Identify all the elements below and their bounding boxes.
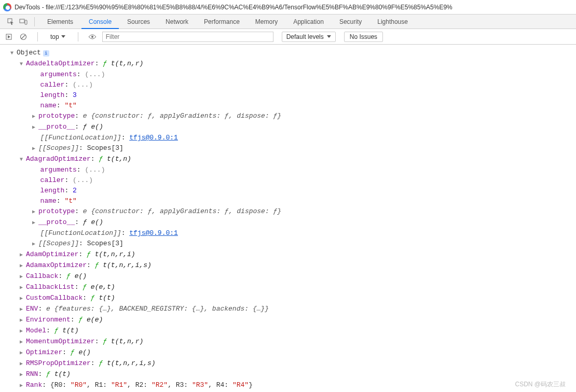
tab-security[interactable]: Security [332, 15, 369, 29]
toggle-icon[interactable] [20, 293, 25, 304]
tree-row-callback[interactable]: Callback: ƒ e() [10, 271, 571, 282]
tree-row-rnn[interactable]: RNN: ƒ t(t) [10, 369, 571, 380]
tree-row-env[interactable]: ENV: e {features: {…}, BACKEND_REGISTRY:… [10, 304, 571, 315]
prop-arguments[interactable]: arguments: (...) [10, 69, 571, 80]
object-root[interactable]: Objecti [10, 48, 571, 59]
tree-row-adam[interactable]: AdamOptimizer: ƒ t(t,n,r,i) [10, 249, 571, 260]
svg-point-6 [91, 36, 93, 38]
window-title: DevTools - file:///E:/123/%E5%90%95%E8%8… [15, 4, 452, 11]
prop-caller[interactable]: caller: (...) [10, 80, 571, 90]
tree-row-adadelta[interactable]: AdadeltaOptimizer: ƒ t(t,n,r) [10, 59, 571, 69]
tab-performance[interactable]: Performance [197, 15, 247, 29]
toggle-icon[interactable] [20, 304, 25, 315]
devtools-tabs: Elements Console Sources Network Perform… [0, 15, 576, 29]
device-toggle-icon[interactable] [18, 16, 29, 27]
tree-row-callbacklist[interactable]: CallbackList: ƒ e(e,t) [10, 282, 571, 293]
toggle-icon[interactable] [32, 207, 37, 217]
toggle-icon[interactable] [32, 122, 37, 133]
chrome-logo-icon [3, 3, 11, 11]
console-output: Objecti AdadeltaOptimizer: ƒ t(t,n,r) ar… [0, 45, 576, 392]
tree-row-adagrad[interactable]: AdagradOptimizer: ƒ t(t,n) [10, 154, 571, 165]
divider [37, 32, 38, 41]
tree-row-environment[interactable]: Environment: ƒ e(e) [10, 315, 571, 326]
prop-caller[interactable]: caller: (...) [10, 175, 571, 186]
toggle-icon[interactable] [32, 239, 37, 249]
toggle-icon[interactable] [20, 250, 25, 260]
issues-label: No Issues [350, 33, 377, 40]
prop-prototype[interactable]: prototype: e {constructor: ƒ, applyGradi… [10, 111, 571, 122]
issues-button[interactable]: No Issues [344, 32, 383, 42]
tab-sources[interactable]: Sources [120, 15, 157, 29]
info-icon[interactable]: i [43, 50, 49, 57]
play-icon[interactable] [4, 32, 13, 41]
context-selector[interactable]: top [47, 32, 68, 41]
filter-input[interactable] [102, 32, 273, 42]
clear-console-icon[interactable] [19, 32, 28, 41]
toggle-icon[interactable] [20, 348, 25, 358]
svg-rect-2 [25, 20, 27, 24]
toggle-icon[interactable] [20, 326, 25, 337]
tab-network[interactable]: Network [158, 15, 196, 29]
tab-console[interactable]: Console [81, 15, 119, 29]
toggle-icon[interactable] [20, 59, 25, 69]
prop-funcloc[interactable]: [[FunctionLocation]]: tfjs@0.9.0:1 [10, 228, 571, 239]
tree-row-customcallback[interactable]: CustomCallback: ƒ t(t) [10, 293, 571, 304]
watermark: CSDN @码农三叔 [515, 380, 566, 389]
prop-scopes[interactable]: [[Scopes]]: Scopes[3] [10, 239, 571, 249]
tab-elements[interactable]: Elements [40, 15, 80, 29]
log-level-selector[interactable]: Default levels [282, 32, 336, 42]
svg-line-5 [21, 35, 25, 39]
prop-scopes[interactable]: [[Scopes]]: Scopes[3] [10, 143, 571, 154]
prop-prototype[interactable]: prototype: e {constructor: ƒ, applyGradi… [10, 206, 571, 217]
toggle-icon[interactable] [20, 337, 25, 347]
prop-name[interactable]: name: "t" [10, 101, 571, 111]
prop-length[interactable]: length: 2 [10, 186, 571, 196]
toggle-icon[interactable] [20, 370, 25, 380]
divider [34, 17, 35, 26]
toggle-icon[interactable] [20, 155, 25, 165]
tree-row-model[interactable]: Model: ƒ t(t) [10, 326, 571, 337]
window-title-bar: DevTools - file:///E:/123/%E5%90%95%E8%8… [0, 0, 576, 15]
chevron-down-icon [61, 35, 65, 38]
toggle-icon[interactable] [10, 48, 16, 59]
chevron-down-icon [327, 35, 331, 38]
tab-memory[interactable]: Memory [248, 15, 285, 29]
tab-application[interactable]: Application [286, 15, 331, 29]
tree-row-rms[interactable]: RMSPropOptimizer: ƒ t(t,n,r,i,s) [10, 358, 571, 369]
toggle-icon[interactable] [20, 261, 25, 271]
toggle-icon[interactable] [32, 111, 37, 122]
prop-proto[interactable]: __proto__: ƒ e() [10, 122, 571, 133]
inspect-element-icon[interactable] [5, 16, 17, 27]
toggle-icon[interactable] [20, 359, 25, 369]
svg-rect-1 [20, 19, 24, 23]
tree-row-optimizer[interactable]: Optimizer: ƒ e() [10, 347, 571, 358]
toggle-icon[interactable] [32, 144, 37, 154]
tree-row-rank[interactable]: Rank: {R0: "R0", R1: "R1", R2: "R2", R3:… [10, 380, 571, 391]
toggle-icon[interactable] [32, 218, 37, 228]
prop-funcloc[interactable]: [[FunctionLocation]]: tfjs@0.9.0:1 [10, 133, 571, 143]
eye-icon[interactable] [88, 32, 97, 41]
context-label: top [50, 33, 59, 40]
prop-length[interactable]: length: 3 [10, 90, 571, 101]
tab-lighthouse[interactable]: Lighthouse [370, 15, 415, 29]
prop-proto[interactable]: __proto__: ƒ e() [10, 217, 571, 228]
toggle-icon[interactable] [20, 315, 25, 326]
level-label: Default levels [286, 33, 324, 40]
tree-row-momentum[interactable]: MomentumOptimizer: ƒ t(t,n,r) [10, 337, 571, 347]
toggle-icon[interactable] [20, 381, 25, 391]
divider [78, 32, 78, 41]
prop-name[interactable]: name: "t" [10, 196, 571, 206]
prop-arguments[interactable]: arguments: (...) [10, 165, 571, 175]
toggle-icon[interactable] [20, 283, 25, 293]
console-toolbar: top Default levels No Issues [0, 29, 576, 45]
tree-row-adamax[interactable]: AdamaxOptimizer: ƒ t(t,n,r,i,s) [10, 260, 571, 271]
toggle-icon[interactable] [20, 272, 25, 282]
